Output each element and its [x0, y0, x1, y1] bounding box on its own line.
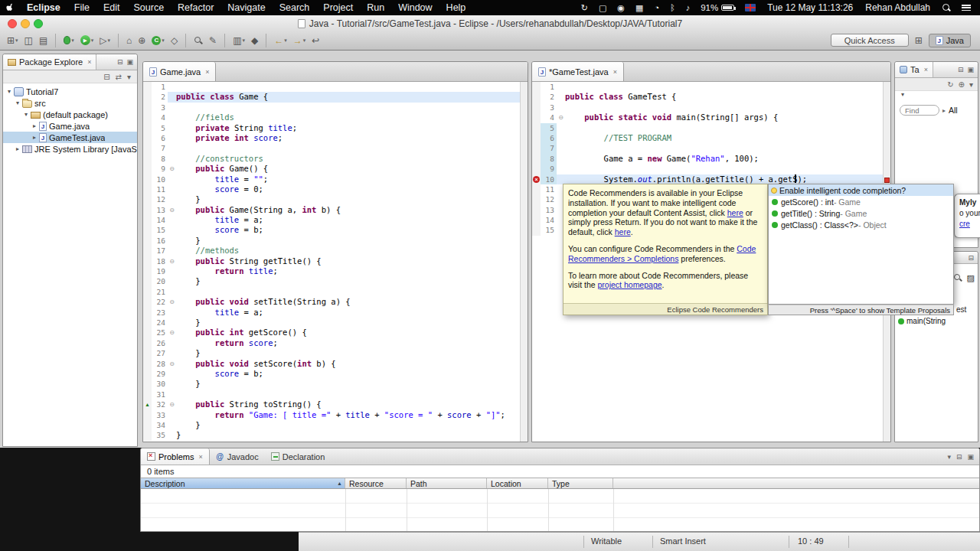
recommenders-link[interactable]: project homepage — [598, 280, 662, 289]
column-header-resource[interactable]: Resource — [345, 478, 407, 488]
menu-file[interactable]: File — [67, 0, 96, 15]
open-perspective-icon[interactable]: ⊞ — [915, 35, 923, 46]
tree-item-tutorial7[interactable]: ▾Tutorial7 — [3, 86, 137, 97]
outline-item-main[interactable]: main(String — [898, 317, 946, 325]
fold-collapse-icon[interactable]: ⊖ — [168, 399, 176, 409]
code-line-19[interactable]: 19 return title; — [143, 266, 520, 276]
code-line-17[interactable]: 17 //methods — [143, 246, 520, 256]
menu-navigate[interactable]: Navigate — [220, 0, 272, 15]
code-line-12[interactable]: 12 } — [143, 194, 520, 204]
clock-icon[interactable]: ◔ — [648, 3, 665, 12]
code-line-5[interactable]: 5 — [532, 123, 883, 133]
menubar-clock[interactable]: Tue 12 May 11:13:26 — [761, 2, 859, 13]
toolbar-forward-icon[interactable]: →▾ — [291, 34, 309, 47]
editor-tab-gametest[interactable]: J *GameTest.java × — [532, 62, 624, 81]
collapse-all-icon[interactable]: ⊟ — [103, 73, 109, 81]
code-line-9[interactable]: 9 — [532, 164, 883, 174]
code-line-5[interactable]: 5 private String title; — [143, 123, 520, 133]
menu-source[interactable]: Source — [126, 0, 171, 15]
toolbar-new-wizard-icon[interactable]: ⊞▾ — [5, 34, 21, 47]
toolbar-back-icon[interactable]: ←▾ — [272, 34, 289, 47]
code-line-21[interactable]: 21 — [143, 287, 520, 297]
code-line-10[interactable]: 10 title = ""; — [143, 174, 520, 184]
tab-declaration[interactable]: Declaration — [265, 448, 332, 465]
code-line-33[interactable]: 33 return "Game: [ title =" + title + "s… — [143, 410, 520, 420]
tree-item-jre-system-library-javase[interactable]: ▸JRE System Library [JavaSE — [3, 143, 137, 155]
find-input[interactable] — [900, 105, 939, 116]
menu-help[interactable]: Help — [439, 0, 473, 15]
filter-arrow-icon[interactable]: ▸ — [942, 107, 946, 114]
close-tab-icon[interactable]: × — [198, 453, 202, 461]
toolbar-coverage-icon[interactable]: ▥▾ — [230, 34, 247, 47]
code-line-18[interactable]: 18⊖ public String getTitle() { — [143, 256, 520, 266]
toolbar-print-icon[interactable]: ▤ — [37, 34, 50, 47]
code-line-26[interactable]: 26 return score; — [143, 338, 520, 348]
code-line-22[interactable]: 22⊖ public void setTitle(String a) { — [143, 297, 520, 307]
code-line-8[interactable]: 8 //constructors — [143, 154, 520, 164]
code-line-23[interactable]: 23 title = a; — [143, 308, 520, 318]
completion-item-enable-intelligent-code-completion[interactable]: Enable intelligent code completion? — [769, 184, 953, 196]
toolbar-jar-icon[interactable]: ◆ — [249, 34, 260, 47]
code-line-2[interactable]: 2public class Game { — [143, 92, 520, 102]
grid-icon[interactable]: ▦ — [630, 3, 648, 13]
fold-collapse-icon[interactable]: ⊖ — [168, 164, 176, 174]
fold-collapse-icon[interactable]: ⊖ — [168, 359, 176, 369]
package-explorer-tab[interactable]: Package Explore × — [3, 54, 96, 70]
code-line-24[interactable]: 24 } — [143, 318, 520, 328]
sync-icon[interactable]: ↻ — [947, 80, 953, 89]
spotlight-icon[interactable] — [942, 3, 952, 13]
editor-tab-game[interactable]: J Game.java × — [143, 62, 216, 81]
code-line-10[interactable]: ×10 System.out.println(a.getTitle() + a.… — [532, 174, 883, 184]
toolbar-save-icon[interactable]: ◫ — [22, 34, 35, 47]
code-line-29[interactable]: 29 score = b; — [143, 369, 520, 379]
code-line-34[interactable]: 34 } — [143, 420, 520, 430]
menu-search[interactable]: Search — [273, 0, 317, 15]
view-menu-icon[interactable]: ▾ — [947, 453, 951, 461]
toolbar-open-type-icon[interactable]: ◇ — [168, 34, 180, 47]
code-line-15[interactable]: 15 score = b; — [143, 225, 520, 235]
bluetooth-icon[interactable]: ᛒ — [665, 3, 681, 12]
column-header-location[interactable]: Location — [487, 478, 548, 488]
column-header-type[interactable]: Type — [548, 478, 613, 488]
task-list-tab[interactable]: Ta × — [895, 62, 933, 77]
error-overview-marker[interactable] — [884, 178, 890, 183]
tree-expanded-arrow[interactable]: ▾ — [5, 88, 13, 95]
code-line-6[interactable]: 6 //TEST PROGRAM — [532, 133, 883, 143]
code-line-3[interactable]: 3 — [143, 103, 520, 112]
close-tab-icon[interactable]: × — [205, 68, 209, 76]
record-icon[interactable]: ◉ — [612, 3, 630, 13]
time-machine-icon[interactable]: ↻ — [576, 3, 593, 13]
code-line-4[interactable]: 4⊖ public static void main(String[] args… — [532, 112, 883, 122]
code-line-13[interactable]: 13⊖ public Game(String a, int b) { — [143, 205, 520, 215]
fold-collapse-icon[interactable]: ⊖ — [168, 297, 176, 307]
filter-all-label[interactable]: All — [949, 106, 958, 115]
minimize-view-icon[interactable]: ⊟ — [958, 66, 964, 73]
toolbar-new-package-icon[interactable]: ⊕ — [136, 34, 148, 47]
menu-refactor[interactable]: Refactor — [171, 0, 220, 15]
code-line-27[interactable]: 27 } — [143, 348, 520, 358]
code-line-7[interactable]: 7 — [532, 143, 883, 153]
toolbar-last-edit-icon[interactable]: ↩ — [309, 34, 322, 47]
toolbar-annotate-icon[interactable]: ✎ — [207, 34, 219, 47]
grid-icon[interactable]: ▨ — [967, 273, 975, 284]
menu-run[interactable]: Run — [360, 0, 391, 15]
code-line-4[interactable]: 4 //fields — [143, 112, 520, 122]
fold-collapse-icon[interactable]: ⊖ — [168, 256, 176, 266]
tab-problems[interactable]: Problems× — [141, 448, 210, 465]
menubar-user[interactable]: Rehan Abdullah — [859, 2, 936, 13]
minimize-view-icon[interactable]: ⊟ — [956, 453, 962, 461]
tree-expanded-arrow[interactable]: ▾ — [14, 99, 21, 106]
toolbar-new-java-project-icon[interactable]: ⌂ — [124, 34, 134, 47]
overview-ruler[interactable] — [520, 82, 528, 442]
completion-item-getclass-class[interactable]: getClass() : Class<?> - Object — [769, 219, 953, 230]
menu-edit[interactable]: Edit — [96, 0, 127, 15]
mylyn-text-fragment[interactable]: cre — [959, 219, 979, 230]
notification-center-icon[interactable] — [962, 5, 971, 11]
completion-item-getscore-int[interactable]: getScore() : int - Game — [769, 196, 953, 207]
view-menu-icon[interactable]: ▾ — [127, 73, 131, 81]
code-line-2[interactable]: 2public class GameTest { — [532, 92, 883, 102]
code-line-11[interactable]: 11 score = 0; — [143, 184, 520, 194]
code-line-20[interactable]: 20 } — [143, 276, 520, 286]
close-tab-icon[interactable]: × — [613, 68, 617, 76]
volume-icon[interactable]: ♪ — [681, 3, 696, 12]
